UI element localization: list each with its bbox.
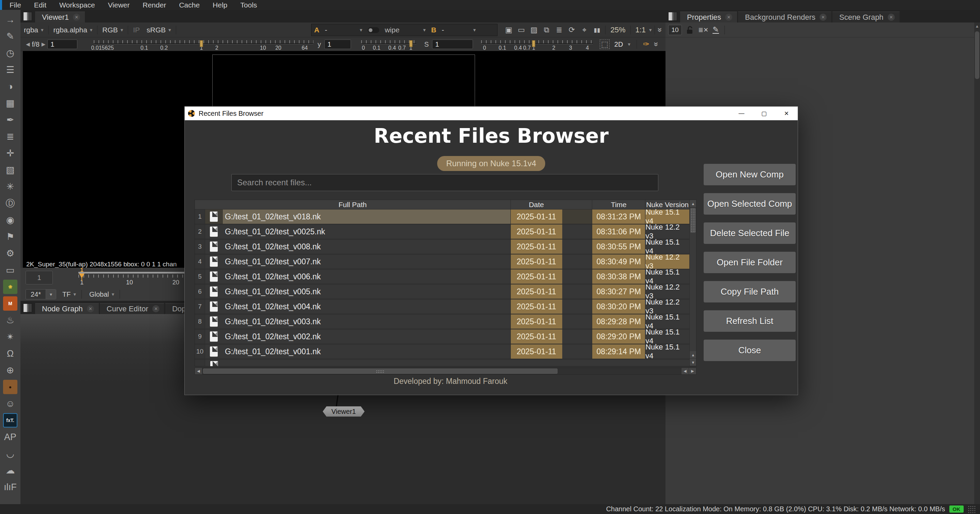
waveform-icon[interactable]: ılıF [3, 480, 18, 494]
table-row[interactable]: 5 G:/test_01_02/test_v006.nk 2025-01-11 … [195, 270, 689, 284]
tab-properties[interactable]: Properties ✕ [680, 11, 737, 22]
edit-icon[interactable]: ✎ [713, 26, 719, 34]
delete-selected-file-button[interactable]: Delete Selected File [704, 222, 795, 244]
cat-icon[interactable]: Ω [3, 346, 18, 361]
table-row[interactable]: 7 G:/test_01_02/test_v004.nk 2025-01-11 … [195, 300, 689, 314]
views-icon[interactable]: ◉ [3, 213, 18, 227]
gamma-slider[interactable]: 00.10.40.71 [361, 38, 417, 51]
resize-grip[interactable] [968, 506, 975, 513]
node-input-connector[interactable] [336, 395, 339, 407]
modeler-icon[interactable]: M [3, 296, 18, 311]
menu-render[interactable]: Render [143, 1, 166, 9]
tab-curve-editor[interactable]: Curve Editor ✕ [100, 303, 164, 314]
gamma-input[interactable]: 1 [325, 40, 351, 49]
ap-icon[interactable]: AP [3, 430, 18, 444]
zoom-level[interactable]: 25% [608, 25, 627, 34]
metadata-icon[interactable]: ⚑ [3, 230, 18, 244]
table-row[interactable]: 10 G:/test_01_02/test_v001.nk 2025-01-11… [195, 344, 689, 359]
saturation-slider-thumb[interactable] [532, 40, 535, 47]
file-path-cell[interactable]: G:/test_01_02/test_v001.nk [223, 344, 511, 359]
scroll-right-icon[interactable]: ▶ [689, 368, 696, 374]
merge-icon[interactable]: ≣ [3, 129, 18, 144]
viewer-mode-dropdown[interactable]: 2D [614, 41, 623, 48]
viewer1-node[interactable]: Viewer1 [323, 406, 364, 417]
3d-icon[interactable]: ▧ [3, 163, 18, 177]
open-selected-comp-button[interactable]: Open Selected Comp [704, 193, 795, 214]
scrollbar-thumb[interactable] [690, 208, 695, 233]
menu-viewer[interactable]: Viewer [108, 1, 130, 9]
channels-dropdown[interactable]: rgba ▾ [21, 26, 47, 34]
scroll-left-icon[interactable]: ◀ [681, 368, 689, 374]
menu-file[interactable]: File [10, 1, 21, 9]
table-row[interactable]: 8 G:/test_01_02/test_v003.nk 2025-01-11 … [195, 314, 689, 329]
file-path-cell[interactable]: G:/test_01_02/test_v008.nk [223, 240, 511, 254]
frame-range-dropdown[interactable]: Global ▾ [89, 290, 114, 298]
collapse-chevrons-icon[interactable]: » [655, 28, 665, 32]
table-vertical-scrollbar[interactable]: ▲ ▲ ▼ [689, 200, 696, 366]
close-dialog-button[interactable]: Close [704, 339, 795, 361]
scroll-down-icon[interactable]: ▼ [690, 359, 697, 366]
particles-icon[interactable]: ✳ [3, 179, 18, 194]
deep-icon[interactable]: Ⓓ [3, 196, 18, 211]
collapse-chevrons-icon[interactable]: » [652, 42, 661, 46]
tab-background-renders[interactable]: Background Renders ✕ [738, 11, 831, 22]
menu-tools[interactable]: Tools [240, 1, 257, 9]
input-b-dropdown[interactable]: - ▾ [438, 26, 479, 34]
droplet-icon[interactable]: ● [3, 380, 18, 394]
overlay-icon[interactable]: ⧉ [541, 25, 552, 34]
fstop-increment[interactable]: ▶ [40, 41, 48, 48]
frame-display-icon[interactable]: ▣ [503, 25, 514, 34]
file-path-cell[interactable]: G:/test_01_02/test_v005.nk [223, 284, 511, 299]
sparkle-icon[interactable]: ✴ [3, 330, 18, 344]
gain-slider-thumb[interactable] [200, 40, 203, 47]
file-path-cell[interactable]: G:/test_01_02/test_v002.nk [223, 329, 511, 344]
open-file-folder-button[interactable]: Open File Folder [704, 252, 795, 273]
menu-cache[interactable]: Cache [179, 1, 200, 9]
file-path-cell[interactable]: G:/test_01_02/test_v0025.nk [223, 224, 511, 239]
scrollbar-thumb[interactable] [203, 368, 557, 374]
unlock-icon[interactable] [686, 25, 694, 34]
maximize-button[interactable]: ▢ [753, 106, 775, 120]
close-icon[interactable]: ✕ [73, 14, 80, 21]
proxy-ratio-dropdown[interactable]: 1:1 [633, 25, 648, 34]
refresh-icon[interactable]: ⟳ [566, 25, 577, 34]
saturation-input[interactable]: 1 [432, 40, 473, 49]
open-new-comp-button[interactable]: Open New Comp [704, 164, 795, 185]
column-header-time[interactable]: Time [592, 200, 645, 209]
table-row[interactable]: 9 G:/test_01_02/test_v002.nk 2025-01-11 … [195, 329, 689, 344]
gamepad-icon[interactable]: ⊕ [3, 363, 18, 378]
saturation-slider[interactable]: 00.10.40.71234 [481, 38, 593, 51]
pane-menu-icon[interactable] [23, 303, 32, 313]
tab-scene-graph[interactable]: Scene Graph ✕ [832, 11, 900, 22]
archive-icon[interactable]: ▭ [3, 263, 18, 277]
close-button[interactable]: ✕ [775, 106, 798, 120]
selection-mode-icon[interactable]: ⬚ [600, 40, 609, 49]
minimize-button[interactable]: — [730, 106, 753, 120]
clear-panels-icon[interactable]: ≣✕ [698, 26, 708, 34]
input-process-toggle[interactable]: IP [129, 26, 143, 34]
input-a-dropdown[interactable]: - ▾ [321, 26, 366, 34]
roi-icon[interactable]: ⌖ [579, 25, 590, 34]
scrollbar-thumb[interactable] [975, 31, 979, 79]
dialog-titlebar[interactable]: Recent Files Browser —▢✕ [185, 106, 798, 120]
wipe-toggle[interactable] [368, 27, 379, 33]
file-path-cell[interactable]: G:/test_01_02/test_v018.nk [223, 209, 511, 224]
transform-icon[interactable]: ✛ [3, 146, 18, 160]
max-panels-input[interactable] [668, 25, 682, 35]
table-row[interactable]: 6 G:/test_01_02/test_v005.nk 2025-01-11 … [195, 284, 689, 300]
column-header-full-path[interactable]: Full Path [195, 200, 511, 209]
wipe-mode-dropdown[interactable]: wipe ▾ [381, 26, 429, 34]
draw-icon[interactable]: ✎ [3, 29, 18, 44]
close-icon[interactable]: ✕ [152, 305, 159, 313]
table-horizontal-scrollbar[interactable]: ◀ ◀ ▶ [194, 368, 697, 375]
tab-viewer1[interactable]: Viewer1 ✕ [35, 11, 85, 22]
image-browser-icon[interactable]: ❀ [3, 280, 18, 294]
table-row[interactable]: 3 G:/test_01_02/test_v008.nk 2025-01-11 … [195, 240, 689, 254]
alpha-dropdown[interactable]: rgba.alpha ▾ [50, 26, 96, 34]
checker-icon[interactable]: ▨ [528, 25, 539, 34]
brush-icon[interactable]: ✑ [643, 40, 649, 49]
tab-node-graph[interactable]: Node Graph ✕ [35, 303, 99, 314]
playhead-marker-icon[interactable] [79, 273, 84, 278]
read-node-icon[interactable]: → [3, 13, 18, 27]
pane-menu-icon[interactable] [668, 12, 677, 21]
